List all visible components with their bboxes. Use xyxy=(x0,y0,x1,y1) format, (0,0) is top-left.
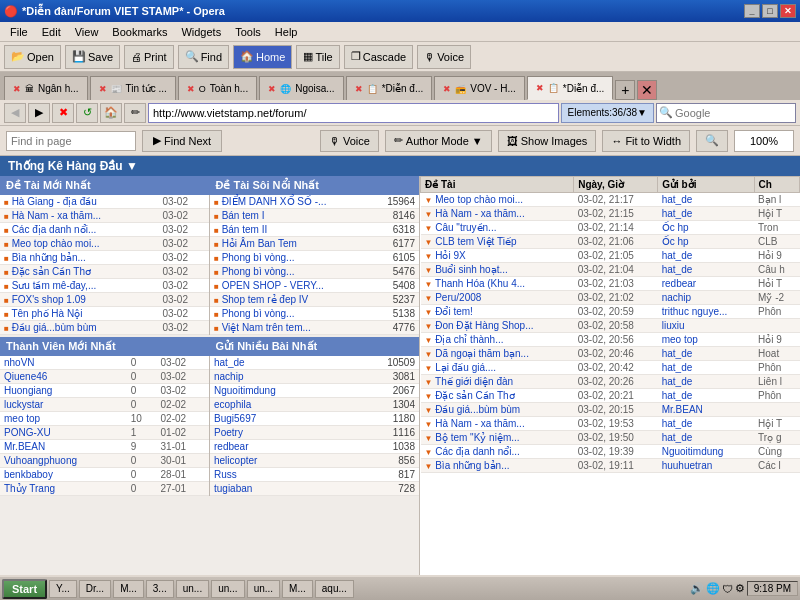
new-topic-link[interactable]: Hà Nam - xa thăm... xyxy=(12,210,101,221)
post-title-link[interactable]: Thanh Hóa (Khu 4... xyxy=(435,278,525,289)
new-topic-link[interactable]: Bìa những bản... xyxy=(12,252,86,263)
member-name-link[interactable]: luckystar xyxy=(4,399,43,410)
tab-4[interactable]: ✖ 📋 *Diễn đ... xyxy=(346,76,433,100)
post-title-link[interactable]: Bìa những bản... xyxy=(435,460,509,471)
tab-0[interactable]: ✖ 🏛 Ngân h... xyxy=(4,76,88,100)
save-button[interactable]: 💾 Save xyxy=(65,45,120,69)
post-author-link[interactable]: Nguoitimdung xyxy=(662,446,724,457)
tab-2[interactable]: ✖ O Toàn h... xyxy=(178,76,257,100)
hot-topic-link[interactable]: Phong bì vòng... xyxy=(222,308,295,319)
tab-5[interactable]: ✖ 📻 VOV - H... xyxy=(434,76,525,100)
tab-1[interactable]: ✖ 📰 Tin tức ... xyxy=(90,76,176,100)
post-title-link[interactable]: Hà Nam - xa thăm... xyxy=(435,418,524,429)
post-author-link[interactable]: nachip xyxy=(662,292,691,303)
hot-topic-link[interactable]: Shop tem rẻ đep IV xyxy=(222,294,309,305)
member-name-link[interactable]: Vuhoangphuong xyxy=(4,455,77,466)
poster-name-link[interactable]: Nguoitimdung xyxy=(214,385,276,396)
new-topic-link[interactable]: Các địa danh nổi... xyxy=(12,224,97,235)
hot-topic-link[interactable]: Hỏi Âm Ban Tem xyxy=(222,238,297,249)
post-title-link[interactable]: Đon Đặt Hàng Shop... xyxy=(435,320,533,331)
start-button[interactable]: Start xyxy=(2,579,47,599)
menu-view[interactable]: View xyxy=(69,24,105,40)
taskbar-item-8[interactable]: aqu... xyxy=(315,580,354,598)
post-author-link[interactable]: hat_de xyxy=(662,348,693,359)
close-tab-button[interactable]: ✕ xyxy=(637,80,657,100)
post-author-link[interactable]: Ốc hp xyxy=(662,236,689,247)
tab-6[interactable]: ✖ 📋 *Diễn đ... xyxy=(527,76,614,100)
show-images-button[interactable]: 🖼 Show Images xyxy=(498,130,597,152)
poster-name-link[interactable]: nachip xyxy=(214,371,243,382)
forward-button[interactable]: ▶ xyxy=(28,103,50,123)
zoom-out-button[interactable]: 🔍 xyxy=(696,130,728,152)
post-title-link[interactable]: Đặc sản Cần Thơ xyxy=(435,390,514,401)
poster-name-link[interactable]: helicopter xyxy=(214,455,257,466)
poster-name-link[interactable]: Bugi5697 xyxy=(214,413,256,424)
hot-topic-link[interactable]: Bán tem II xyxy=(222,224,268,235)
member-name-link[interactable]: nhoVN xyxy=(4,357,35,368)
member-name-link[interactable]: Qiuene46 xyxy=(4,371,47,382)
new-topic-link[interactable]: Meo top chào moi... xyxy=(12,238,100,249)
minimize-button[interactable]: _ xyxy=(744,4,760,18)
post-title-link[interactable]: Peru/2008 xyxy=(435,292,481,303)
post-title-link[interactable]: Hà Nam - xa thăm... xyxy=(435,208,524,219)
poster-name-link[interactable]: ecophila xyxy=(214,399,251,410)
member-name-link[interactable]: PONG-XU xyxy=(4,427,51,438)
post-title-link[interactable]: Thế giới diện đàn xyxy=(435,376,513,387)
find-next-button[interactable]: ▶ Find Next xyxy=(142,130,222,152)
hot-topic-link[interactable]: ĐIỂM DANH XỔ SỐ -... xyxy=(222,196,327,207)
member-name-link[interactable]: meo top xyxy=(4,413,40,424)
new-topic-link[interactable]: Đầu giá...bùm bùm xyxy=(12,322,97,333)
poster-name-link[interactable]: Russ xyxy=(214,469,237,480)
post-author-link[interactable]: liuxiu xyxy=(662,320,685,331)
taskbar-item-7[interactable]: M... xyxy=(282,580,313,598)
member-name-link[interactable]: Thủy Trang xyxy=(4,483,55,494)
menu-edit[interactable]: Edit xyxy=(36,24,67,40)
taskbar-item-0[interactable]: Y... xyxy=(49,580,77,598)
post-title-link[interactable]: Buổi sinh hoạt... xyxy=(435,264,508,275)
post-author-link[interactable]: hat_de xyxy=(662,432,693,443)
post-title-link[interactable]: Đổi tem! xyxy=(435,306,473,317)
hot-topic-link[interactable]: Việt Nam trên tem... xyxy=(222,322,311,333)
poster-name-link[interactable]: redbear xyxy=(214,441,248,452)
poster-name-link[interactable]: hat_de xyxy=(214,357,245,368)
post-author-link[interactable]: hat_de xyxy=(662,376,693,387)
fit-to-width-button[interactable]: ↔ Fit to Width xyxy=(602,130,690,152)
home-nav-button[interactable]: 🏠 xyxy=(100,103,122,123)
menu-help[interactable]: Help xyxy=(269,24,304,40)
post-author-link[interactable]: huuhuetran xyxy=(662,460,713,471)
taskbar-item-2[interactable]: M... xyxy=(113,580,144,598)
post-title-link[interactable]: Hỏi 9X xyxy=(435,250,465,261)
post-title-link[interactable]: CLB tem Việt Tiếp xyxy=(435,236,516,247)
member-name-link[interactable]: Mr.BEAN xyxy=(4,441,45,452)
post-author-link[interactable]: meo top xyxy=(662,334,698,345)
poster-name-link[interactable]: tugiaban xyxy=(214,483,252,494)
new-topic-link[interactable]: Tên phố Hà Nội xyxy=(11,308,82,319)
post-author-link[interactable]: hat_de xyxy=(662,194,693,205)
find-button[interactable]: 🔍 Find xyxy=(178,45,229,69)
post-title-link[interactable]: Meo top chào moi... xyxy=(435,194,523,205)
hot-topic-link[interactable]: Bán tem I xyxy=(222,210,265,221)
elements-arrow[interactable]: ▼ xyxy=(637,107,647,118)
post-author-link[interactable]: hat_de xyxy=(662,362,693,373)
new-topic-link[interactable]: FOX's shop 1.09 xyxy=(12,294,86,305)
voice-find-button[interactable]: 🎙 Voice xyxy=(320,130,379,152)
menu-tools[interactable]: Tools xyxy=(229,24,267,40)
url-input[interactable] xyxy=(148,103,559,123)
member-name-link[interactable]: Huongiang xyxy=(4,385,52,396)
post-author-link[interactable]: trithuc nguye... xyxy=(662,306,728,317)
post-author-link[interactable]: hat_de xyxy=(662,208,693,219)
taskbar-item-1[interactable]: Dr... xyxy=(79,580,111,598)
post-author-link[interactable]: Ốc hp xyxy=(662,222,689,233)
voice-button[interactable]: 🎙 Voice xyxy=(417,45,471,69)
google-search-input[interactable] xyxy=(675,107,785,119)
author-mode-button[interactable]: ✏ Author Mode ▼ xyxy=(385,130,492,152)
poster-name-link[interactable]: Poetry xyxy=(214,427,243,438)
post-title-link[interactable]: Câu "truyền... xyxy=(435,222,496,233)
post-author-link[interactable]: redbear xyxy=(662,278,696,289)
post-author-link[interactable]: hat_de xyxy=(662,264,693,275)
hot-topic-link[interactable]: Phong bì vòng... xyxy=(222,252,295,263)
reload-button[interactable]: ↺ xyxy=(76,103,98,123)
taskbar-item-5[interactable]: un... xyxy=(211,580,244,598)
tab-3[interactable]: ✖ 🌐 Ngoisa... xyxy=(259,76,343,100)
new-topic-link[interactable]: Sưu tầm mê-đay,... xyxy=(12,280,97,291)
